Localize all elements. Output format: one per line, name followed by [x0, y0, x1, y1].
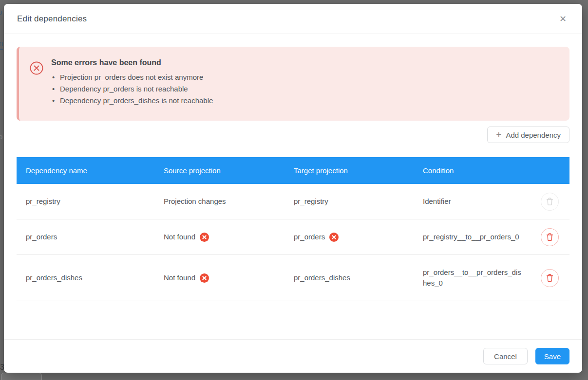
- table-body: pr_registryProjection changespr_registry…: [17, 184, 569, 301]
- background-page-fragment: o: [0, 132, 2, 141]
- column-header: Source projection: [154, 157, 285, 184]
- edit-dependencies-modal: Edit dependencies ✕ Some errors have bee…: [4, 4, 582, 373]
- table-header-row: Dependency nameSource projectionTarget p…: [17, 157, 569, 184]
- source-projection-cell: Projection changes: [154, 184, 285, 219]
- delete-row-button: [541, 193, 559, 211]
- screen: p n o 3, Edit dependencies ✕ Some errors…: [0, 0, 588, 380]
- source-projection-value: Not found: [164, 232, 195, 242]
- table-row: pr_registryProjection changespr_registry…: [17, 184, 569, 219]
- target-projection-cell: pr_orders_dishes: [285, 255, 414, 301]
- dependency-name-cell: pr_registry: [17, 184, 154, 219]
- background-page-fragment: p: [0, 8, 2, 16]
- dependencies-table: Dependency nameSource projectionTarget p…: [17, 157, 569, 301]
- error-item: Projection pr_orders does not exist anym…: [51, 72, 213, 83]
- modal-footer: Cancel Save: [4, 339, 582, 373]
- error-list: Projection pr_orders does not exist anym…: [51, 72, 213, 107]
- background-page-panel: [1, 373, 42, 380]
- not-found-error-icon: [200, 233, 209, 242]
- condition-cell: Identifier: [414, 184, 530, 219]
- delete-row-button[interactable]: [541, 269, 559, 287]
- source-projection-value: Not found: [164, 272, 195, 283]
- error-alert-title: Some errors have been found: [51, 58, 213, 67]
- row-actions-cell: [530, 184, 569, 219]
- column-header: Dependency name: [17, 157, 154, 184]
- condition-cell: pr_registry__to__pr_orders_0: [414, 219, 530, 254]
- target-projection-value: pr_orders: [294, 232, 325, 242]
- column-header: Condition: [414, 157, 530, 184]
- background-page-fragment: n: [0, 39, 3, 50]
- trash-icon: [546, 198, 553, 206]
- add-dependency-button[interactable]: + Add dependency: [487, 127, 569, 143]
- target-projection-cell: pr_orders: [285, 219, 414, 254]
- dependency-name-cell: pr_orders_dishes: [17, 255, 154, 301]
- row-actions-cell: [530, 219, 569, 254]
- column-header: Target projection: [285, 157, 414, 184]
- modal-title: Edit dependencies: [17, 14, 87, 24]
- close-icon[interactable]: ✕: [557, 13, 569, 25]
- trash-icon: [546, 233, 553, 241]
- target-projection-value: pr_registry: [294, 196, 328, 207]
- trash-icon: [546, 274, 553, 282]
- error-alert: Some errors have been found Projection p…: [17, 47, 569, 121]
- add-dependency-label: Add dependency: [506, 131, 561, 139]
- source-projection-cell: Not found: [154, 255, 285, 301]
- source-projection-cell: Not found: [154, 219, 285, 254]
- table-row: pr_ordersNot foundpr_orderspr_registry__…: [17, 219, 569, 255]
- dependency-name-cell: pr_orders: [17, 219, 154, 254]
- modal-header: Edit dependencies ✕: [4, 4, 582, 34]
- column-header-actions: [530, 157, 569, 184]
- row-actions-cell: [530, 255, 569, 301]
- not-found-error-icon: [200, 273, 209, 283]
- delete-row-button[interactable]: [541, 228, 559, 246]
- cancel-button[interactable]: Cancel: [483, 348, 528, 364]
- error-circle-icon: [30, 61, 43, 75]
- not-found-error-icon: [329, 233, 339, 242]
- target-projection-cell: pr_registry: [285, 184, 414, 219]
- error-alert-content: Some errors have been found Projection p…: [51, 58, 213, 109]
- save-button[interactable]: Save: [535, 348, 569, 364]
- modal-body: Some errors have been found Projection p…: [4, 34, 582, 339]
- plus-icon: +: [496, 130, 501, 139]
- table-row: pr_orders_dishesNot foundpr_orders_dishe…: [17, 255, 569, 301]
- target-projection-value: pr_orders_dishes: [294, 272, 350, 283]
- source-projection-value: Projection changes: [164, 196, 226, 207]
- toolbar: + Add dependency: [17, 127, 569, 143]
- error-item: Dependency pr_orders_dishes is not reach…: [51, 95, 213, 107]
- condition-cell: pr_orders__to__pr_orders_dishes_0: [414, 255, 530, 301]
- error-item: Dependency pr_orders is not reachable: [51, 83, 213, 95]
